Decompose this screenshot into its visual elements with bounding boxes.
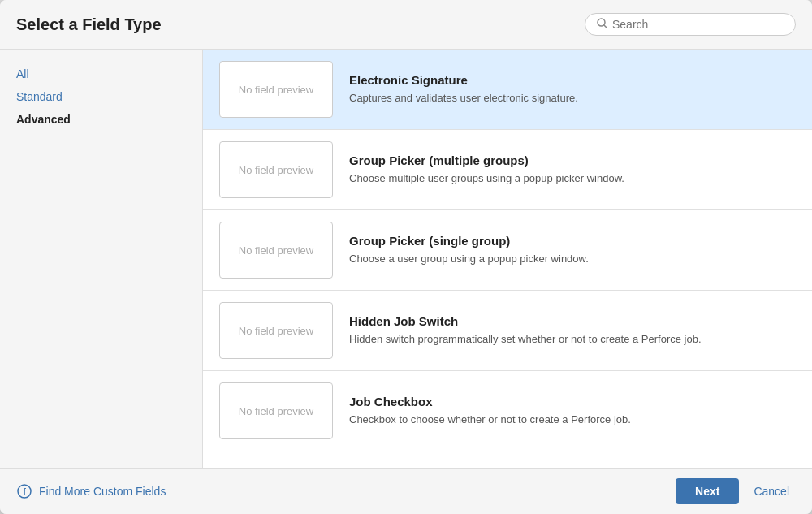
field-info-electronic-signature: Electronic SignatureCaptures and validat…	[349, 73, 796, 106]
field-name-group-picker-multiple: Group Picker (multiple groups)	[349, 153, 796, 167]
search-box[interactable]	[585, 13, 796, 36]
sidebar: All Standard Advanced	[0, 50, 203, 468]
field-info-job-checkbox: Job CheckboxCheckbox to choose whether o…	[349, 395, 796, 428]
select-field-type-dialog: Select a Field Type All Standard Advance…	[0, 0, 812, 514]
field-info-group-picker-single: Group Picker (single group)Choose a user…	[349, 234, 796, 267]
sidebar-item-standard[interactable]: Standard	[16, 89, 186, 105]
field-desc-electronic-signature: Captures and validates user electronic s…	[349, 90, 796, 106]
search-input[interactable]	[612, 18, 784, 31]
field-item-hidden-job-switch[interactable]: No field previewHidden Job SwitchHidden …	[203, 291, 812, 371]
field-item-job-checkbox[interactable]: No field previewJob CheckboxCheckbox to …	[203, 371, 812, 451]
field-desc-group-picker-multiple: Choose multiple user groups using a popu…	[349, 171, 796, 187]
field-item-group-picker-single[interactable]: No field previewGroup Picker (single gro…	[203, 210, 812, 291]
field-desc-hidden-job-switch: Hidden switch programmatically set wheth…	[349, 331, 796, 348]
field-info-hidden-job-switch: Hidden Job SwitchHidden switch programma…	[349, 314, 796, 348]
find-more-label: Find More Custom Fields	[39, 485, 166, 498]
field-name-job-checkbox: Job Checkbox	[349, 395, 796, 408]
field-list: No field previewElectronic SignatureCapt…	[203, 50, 812, 468]
field-desc-job-checkbox: Checkbox to choose whether or not to cre…	[349, 412, 796, 428]
field-info-group-picker-multiple: Group Picker (multiple groups)Choose mul…	[349, 153, 796, 187]
footer-actions: Next Cancel	[676, 478, 796, 504]
custom-fields-icon: f	[16, 483, 32, 499]
svg-text:f: f	[23, 486, 26, 496]
field-name-group-picker-single: Group Picker (single group)	[349, 234, 796, 248]
field-preview-job-checkbox: No field preview	[219, 382, 333, 439]
field-name-hidden-job-switch: Hidden Job Switch	[349, 314, 796, 328]
field-item-group-picker-multiple[interactable]: No field previewGroup Picker (multiple g…	[203, 130, 812, 210]
sidebar-item-all[interactable]: All	[16, 66, 186, 82]
dialog-footer: f Find More Custom Fields Next Cancel	[0, 468, 812, 514]
field-preview-electronic-signature: No field preview	[219, 61, 333, 118]
field-preview-group-picker-single: No field preview	[219, 222, 333, 279]
sidebar-item-advanced[interactable]: Advanced	[16, 111, 186, 127]
field-preview-hidden-job-switch: No field preview	[219, 302, 333, 359]
field-item-electronic-signature[interactable]: No field previewElectronic SignatureCapt…	[203, 50, 812, 130]
dialog-header: Select a Field Type	[0, 0, 812, 50]
cancel-button[interactable]: Cancel	[747, 478, 796, 504]
find-more-custom-fields-link[interactable]: f Find More Custom Fields	[16, 483, 166, 499]
field-desc-group-picker-single: Choose a user group using a popup picker…	[349, 251, 796, 267]
dialog-body: All Standard Advanced No field previewEl…	[0, 50, 812, 468]
dialog-title: Select a Field Type	[16, 15, 162, 34]
svg-line-1	[604, 25, 607, 28]
search-icon	[597, 18, 607, 31]
next-button[interactable]: Next	[676, 478, 739, 504]
field-name-electronic-signature: Electronic Signature	[349, 73, 796, 87]
field-preview-group-picker-multiple: No field preview	[219, 141, 333, 198]
